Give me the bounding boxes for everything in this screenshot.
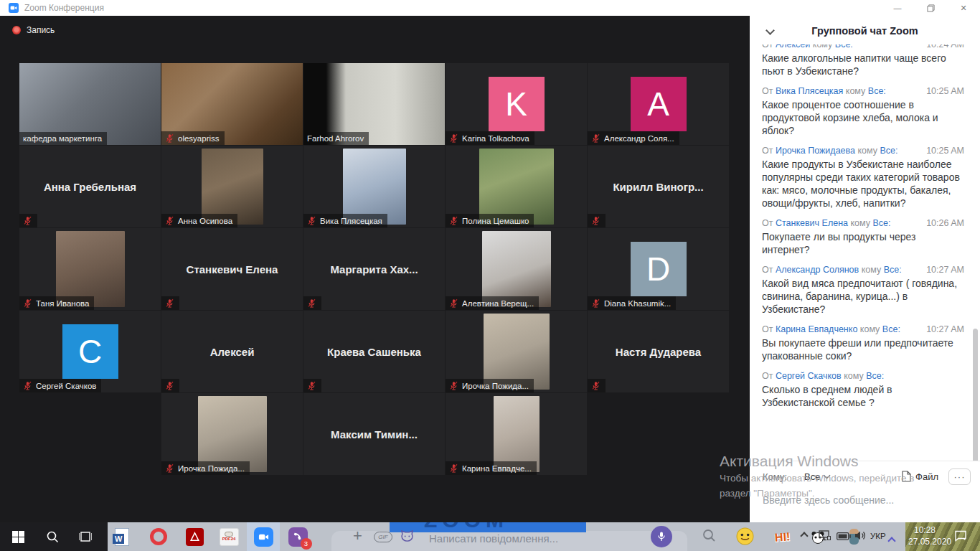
msg-sender[interactable]: Сергей Скачков [776,371,842,381]
msg-text: Какое процентое соотношение в продуктово… [762,98,964,137]
msg-sender[interactable]: Карина Евпадченко [776,324,857,334]
tray-expand-chevron-icon[interactable] [800,532,808,540]
participant-tile[interactable]: Маргарита Хах... [303,228,445,310]
participant-name: Diana Khasumik... [604,299,671,308]
recording-label: Запись [27,25,55,35]
search-icon[interactable] [42,527,63,546]
msg-text: Вы покупаете фреши или предпочитаете упа… [762,336,964,362]
chat-compose-area: Кому: Все Файл ··· Введите здесь сообщен… [750,461,980,522]
viber-chevron-icon[interactable] [887,537,895,545]
mic-muted-icon [591,216,600,225]
minimize-button[interactable]: — [881,0,914,16]
participant-tile[interactable]: Карина Евпадче... [446,393,587,475]
word-taskbar-icon[interactable]: W [111,527,133,546]
participant-tile[interactable]: D Diana Khasumik... [588,228,729,310]
acrobat-taskbar-icon[interactable] [184,527,205,546]
battery-icon[interactable] [837,532,851,540]
participant-tile[interactable]: Полина Цемашко [446,146,587,227]
msg-to-label: кому [810,44,835,50]
participant-tile[interactable]: Станкевич Елена [161,228,303,310]
msg-sender[interactable]: Вика Плясецкая [776,86,843,96]
participant-tile[interactable]: Максим Тимин... [303,393,445,475]
zoom-taskbar-icon[interactable] [253,527,274,546]
action-center-icon[interactable] [954,530,967,542]
participant-tile[interactable]: Алексей [161,311,303,392]
language-indicator[interactable]: УКР [870,532,886,540]
msg-text: Покупаете ли вы продукты через интернет? [762,230,964,256]
close-button[interactable]: ✕ [947,0,980,16]
sticker-icon[interactable] [400,530,414,545]
viber-message-input[interactable]: Написати повідомлення... [429,532,558,545]
msg-to-label: кому [848,218,873,228]
participant-name: Karina Tolkachova [462,134,529,143]
name-chip [161,379,179,392]
participant-tile[interactable]: olesyapriss [161,63,303,145]
opera-taskbar-icon[interactable] [148,527,169,546]
msg-sender[interactable]: Ирочка Пожидаева [776,146,855,156]
participant-tile[interactable]: Таня Иванова [19,228,161,310]
msg-to-label: кому [859,265,884,275]
clock-time: 10:28 [914,524,951,536]
msg-sender[interactable]: Станкевич Елена [776,218,848,228]
viber-add-icon[interactable]: + [353,527,362,545]
participant-name-centered: Анна Гребельная [19,146,161,227]
avatar: D [631,242,687,296]
participant-tile[interactable]: Вика Плясецкая [303,146,445,227]
volume-icon[interactable] [854,530,867,541]
participant-tile[interactable]: K Karina Tolkachova [446,63,587,145]
participant-tile[interactable]: Кирилл Виногр... [588,146,729,227]
pdf24-taskbar-icon[interactable]: PDF24 [218,527,240,546]
participant-tile[interactable]: кафедра маркетинга [19,63,161,145]
mic-muted-icon [23,381,32,390]
voice-message-button[interactable] [651,526,672,547]
msg-sender[interactable]: Алексей [776,44,810,50]
msg-from-label: От [762,265,776,275]
taskbar-clock[interactable]: 10:28 27.05.2020 [908,524,951,547]
participant-tile[interactable]: Настя Дударева [588,311,729,392]
viber-taskbar-icon[interactable]: 3 [287,527,308,546]
participant-tile[interactable]: A Александр Соля... [588,63,729,145]
msg-from-label: От [762,44,776,50]
participant-tile[interactable]: Ирочка Пожида... [446,311,587,392]
hi-sticker[interactable]: HI! [774,530,791,544]
viber-search-icon[interactable] [702,528,716,542]
smiley-sticker-icon[interactable] [736,527,754,545]
compose-recipient-dropdown[interactable]: Все [804,471,829,482]
compose-recipient-value: Все [804,471,820,482]
chat-message: 10:27 AM От Карина Евпадченко кому Все: … [762,324,964,362]
video-stage: Запись кафедра маркетинга olesyapriss [0,16,750,522]
participant-name-centered: Маргарита Хах... [303,228,445,310]
mic-muted-icon [449,298,458,308]
msg-from-label: От [762,146,776,156]
chat-scrollbar-thumb[interactable] [973,329,978,466]
mic-muted-icon [307,298,316,308]
gif-icon[interactable]: GIF [374,532,392,542]
start-button[interactable] [7,527,29,546]
restore-button[interactable] [914,0,947,16]
participant-tile[interactable]: C Сергей Скачков [19,311,161,392]
participant-tile[interactable]: Краева Сашенька [303,311,445,392]
msg-time: 10:27 AM [926,324,964,335]
participant-name: кафедра маркетинга [23,134,102,143]
more-options-button[interactable]: ··· [948,468,971,485]
participant-tile[interactable]: Анна Осипова [161,146,303,227]
participant-tile [19,393,161,475]
name-chip: Александр Соля... [588,131,679,145]
name-chip: Вика Плясецкая [303,214,387,227]
msg-sender[interactable]: Александр Солянов [776,265,859,275]
participant-tile[interactable]: Алевтина Верещ... [446,228,587,310]
mic-muted-icon [23,216,32,225]
network-icon[interactable] [819,530,831,541]
participant-tile[interactable]: Ирочка Пожида... [161,393,303,475]
file-icon [902,471,911,482]
chat-message-input[interactable]: Введите здесь сообщение... [763,494,894,506]
chat-message-list: 10:24 AM От Алексей кому Все: Какие алко… [750,44,980,459]
participant-tile[interactable]: Анна Гребельная [19,146,161,227]
msg-to-label: кому [843,86,868,96]
participant-tile[interactable]: Farhod Ahrorov [303,63,445,145]
task-view-button[interactable] [75,527,96,546]
file-button[interactable]: Файл [902,471,938,482]
file-button-label: Файл [915,471,938,482]
msg-to-all: Все: [880,146,898,156]
name-chip: Karina Tolkachova [446,131,534,145]
